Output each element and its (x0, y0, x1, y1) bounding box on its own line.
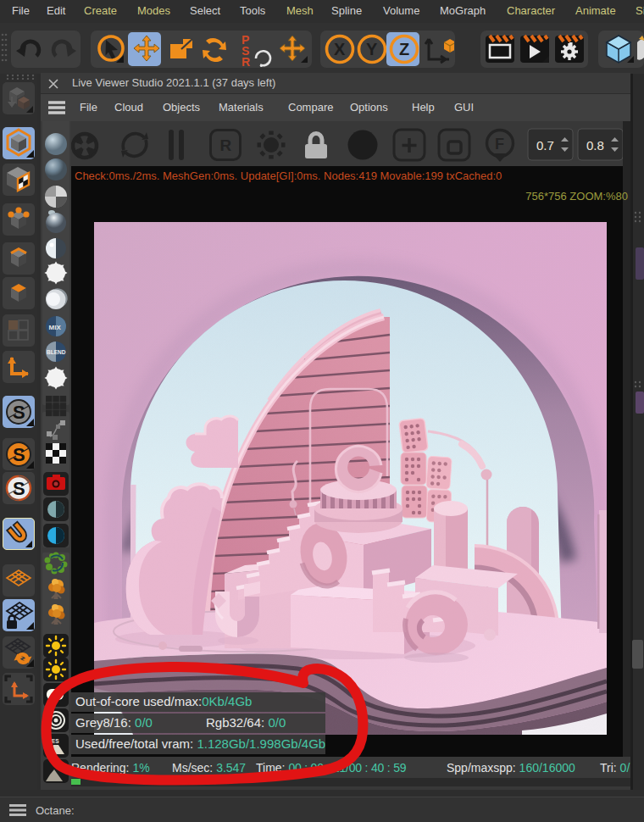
svg-text:X: X (334, 40, 346, 58)
svg-text:0.7: 0.7 (536, 138, 554, 153)
svg-text:S: S (13, 478, 25, 499)
svg-text:S: S (13, 402, 25, 423)
svg-text:BLEND: BLEND (47, 349, 66, 355)
svg-text:R: R (242, 55, 250, 67)
svg-text:IES: IES (50, 738, 59, 744)
svg-text:R: R (220, 136, 232, 154)
svg-text:S: S (13, 444, 25, 465)
svg-text:Z: Z (399, 40, 409, 58)
svg-text:F: F (495, 136, 504, 153)
svg-text:0.8: 0.8 (586, 138, 604, 153)
svg-text:MIX: MIX (49, 324, 62, 331)
svg-text:Y: Y (366, 40, 378, 58)
